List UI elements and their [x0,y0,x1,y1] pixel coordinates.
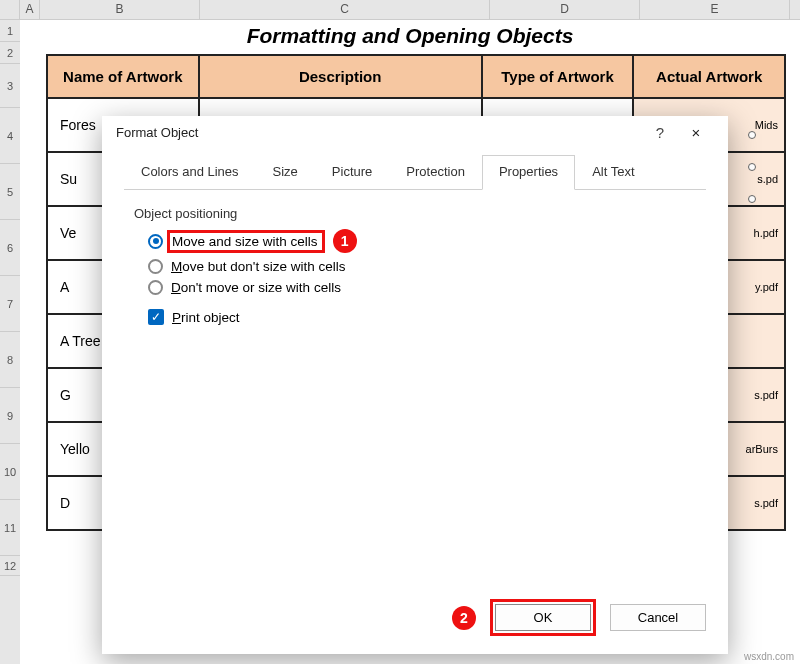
column-headers: A B C D E [0,0,800,20]
tab-picture[interactable]: Picture [315,155,389,190]
close-icon[interactable]: × [678,124,714,141]
option-move-and-size[interactable]: Move and size with cells 1 [148,229,700,253]
radio-icon[interactable] [148,234,163,249]
tab-colors-and-lines[interactable]: Colors and Lines [124,155,256,190]
tab-protection[interactable]: Protection [389,155,482,190]
th-art: Actual Artwork [633,55,785,98]
format-object-dialog: Format Object ? × Colors and LinesSizePi… [102,116,728,654]
th-name: Name of Artwork [47,55,199,98]
callout-1: 1 [333,229,357,253]
radio-icon[interactable] [148,280,163,295]
section-label: Object positioning [134,206,700,221]
checkbox-icon[interactable]: ✓ [148,309,164,325]
watermark: wsxdn.com [744,651,794,662]
dialog-tabs: Colors and LinesSizePictureProtectionPro… [102,151,728,190]
tab-alt-text[interactable]: Alt Text [575,155,651,190]
object-selection-handles[interactable] [748,131,756,227]
dialog-body: Object positioning Move and size with ce… [102,190,728,589]
tab-properties[interactable]: Properties [482,155,575,190]
dialog-titlebar[interactable]: Format Object ? × [102,116,728,151]
tab-size[interactable]: Size [256,155,315,190]
radio-icon[interactable] [148,259,163,274]
ok-button[interactable]: OK [495,604,591,631]
sheet-title: Formatting and Opening Objects [20,20,800,54]
cancel-button[interactable]: Cancel [610,604,706,631]
th-type: Type of Artwork [482,55,634,98]
dialog-title: Format Object [116,125,642,140]
row-headers: 123456789101112 [0,20,20,664]
dialog-footer: 2 OK Cancel [102,589,728,654]
option-move-only[interactable]: Move but don't size with cells [148,259,700,274]
callout-2: 2 [452,606,476,630]
option-dont-move[interactable]: Don't move or size with cells [148,280,700,295]
option-print-object[interactable]: ✓ Print object [148,309,700,325]
ok-button-highlight: OK [490,599,596,636]
th-desc: Description [199,55,482,98]
help-icon[interactable]: ? [642,124,678,141]
